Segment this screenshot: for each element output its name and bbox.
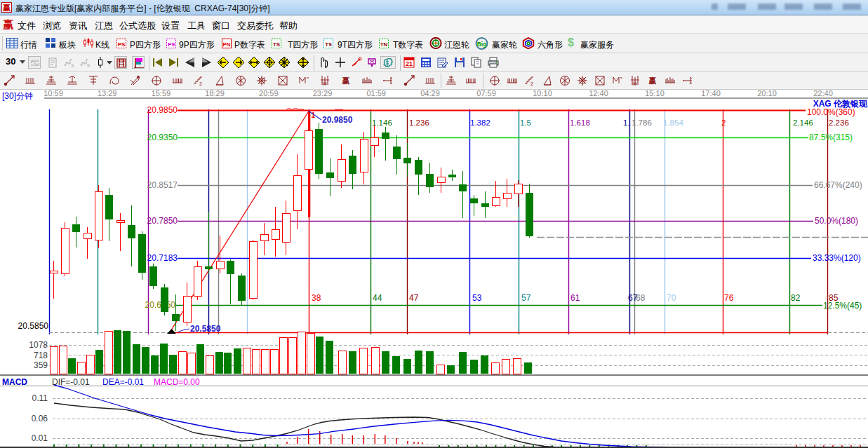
svg-text:20.7183: 20.7183 — [147, 253, 178, 263]
svg-text:T9: T9 — [325, 41, 332, 48]
svg-text:04:29: 04:29 — [420, 90, 440, 97]
svg-text:XAG 伦敦银现: XAG 伦敦银现 — [813, 99, 868, 109]
svg-text:70: 70 — [667, 293, 676, 303]
svg-text:10:59: 10:59 — [44, 90, 63, 97]
svg-text:57: 57 — [521, 293, 531, 303]
svg-text:1.: 1. — [623, 118, 630, 127]
svg-text:0.01: 0.01 — [32, 433, 48, 443]
svg-text:13:29: 13:29 — [98, 90, 117, 97]
svg-text:20.6350: 20.6350 — [145, 300, 176, 310]
svg-text:359: 359 — [34, 360, 48, 370]
svg-text:PN: PN — [222, 41, 230, 48]
svg-text:38: 38 — [312, 293, 321, 303]
svg-text:66.67%(240): 66.67%(240) — [814, 180, 862, 190]
svg-text:赢: 赢 — [2, 4, 11, 12]
svg-text:87.5%(315): 87.5%(315) — [809, 133, 853, 142]
svg-text:TS: TS — [273, 41, 281, 48]
svg-text:P9: P9 — [168, 41, 175, 48]
svg-text:1.786: 1.786 — [632, 118, 652, 127]
svg-text:20.8517: 20.8517 — [147, 180, 178, 190]
svg-text:9: 9 — [87, 63, 90, 68]
svg-text:20.9850: 20.9850 — [147, 105, 178, 115]
svg-text:1.854: 1.854 — [663, 118, 683, 127]
svg-text:2: 2 — [721, 118, 726, 127]
svg-text:DEA=-0.01: DEA=-0.01 — [102, 377, 144, 387]
svg-text:01:59: 01:59 — [366, 90, 386, 97]
svg-text:100.0%(360): 100.0%(360) — [807, 107, 855, 117]
svg-text:神: 神 — [322, 81, 327, 86]
svg-text:53: 53 — [472, 293, 482, 303]
svg-text:15:10: 15:10 — [645, 90, 665, 97]
svg-text:2.146: 2.146 — [793, 118, 813, 127]
svg-text:22:40: 22:40 — [813, 90, 833, 97]
svg-text:20:59: 20:59 — [259, 90, 279, 97]
svg-text:1.618: 1.618 — [570, 118, 590, 127]
svg-text:0.11: 0.11 — [32, 393, 48, 403]
svg-text:23:29: 23:29 — [313, 90, 333, 97]
svg-text:赢: 赢 — [342, 76, 350, 85]
svg-text:2: 2 — [199, 81, 202, 86]
svg-text:赢: 赢 — [648, 76, 657, 85]
svg-text:82: 82 — [791, 293, 801, 303]
svg-text:1078: 1078 — [29, 340, 48, 350]
svg-text:Big: Big — [477, 41, 487, 48]
svg-text:12:40: 12:40 — [589, 90, 608, 97]
svg-text:33.33%(120): 33.33%(120) — [813, 253, 861, 263]
svg-text:61: 61 — [570, 293, 580, 303]
svg-text:TN: TN — [380, 41, 388, 48]
svg-text:44: 44 — [373, 293, 382, 303]
svg-text:PS: PS — [118, 41, 126, 48]
svg-text:0.06: 0.06 — [32, 414, 48, 423]
svg-text:76: 76 — [724, 293, 734, 303]
svg-text:神: 神 — [632, 81, 637, 86]
svg-text:3: 3 — [71, 63, 74, 68]
svg-text:[30]分钟: [30]分钟 — [2, 91, 33, 101]
svg-text:18:29: 18:29 — [205, 90, 225, 97]
svg-text:20.5850: 20.5850 — [18, 321, 49, 331]
svg-text:1.5: 1.5 — [520, 118, 531, 127]
svg-text:47: 47 — [409, 293, 419, 303]
svg-text:1.236: 1.236 — [409, 118, 429, 127]
svg-text:718: 718 — [34, 351, 48, 360]
svg-text:21: 21 — [406, 60, 413, 67]
svg-text:68: 68 — [636, 293, 646, 303]
svg-text:10:10: 10:10 — [533, 90, 552, 97]
svg-text:15:59: 15:59 — [152, 90, 171, 97]
svg-text:20.9350: 20.9350 — [147, 133, 178, 142]
svg-text:20:10: 20:10 — [757, 90, 777, 97]
svg-text:20.9850: 20.9850 — [322, 115, 353, 125]
svg-text:85: 85 — [829, 293, 839, 303]
svg-text:50.0%(180): 50.0%(180) — [815, 216, 858, 226]
svg-text:MACD: MACD — [2, 377, 27, 387]
svg-text:17:40: 17:40 — [701, 90, 721, 97]
svg-text:DIF=-0.01: DIF=-0.01 — [52, 377, 90, 387]
svg-text:MACD=0.00: MACD=0.00 — [154, 377, 200, 387]
svg-text:2: 2 — [530, 81, 533, 86]
svg-text:1.382: 1.382 — [470, 118, 490, 127]
svg-text:1.146: 1.146 — [372, 118, 392, 127]
svg-text:20.7850: 20.7850 — [147, 216, 178, 226]
svg-text:2.236: 2.236 — [829, 118, 849, 127]
svg-text:20.5850: 20.5850 — [190, 324, 221, 334]
svg-text:07:59: 07:59 — [476, 90, 496, 97]
